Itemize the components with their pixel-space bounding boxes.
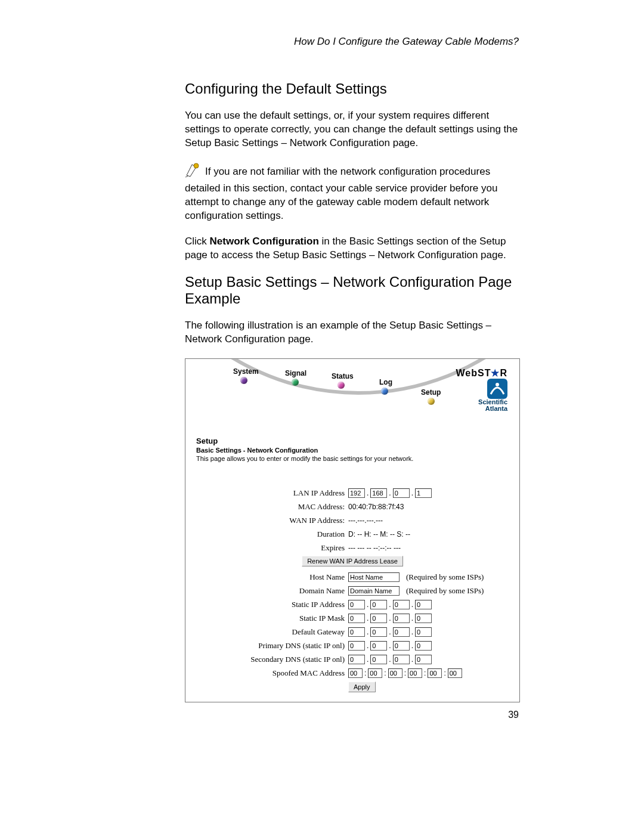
example-paragraph: The following illustration is an example… — [185, 319, 519, 346]
value-duration: D: -- H: -- M: -- S: -- — [348, 530, 410, 538]
ip-octet[interactable] — [348, 641, 365, 651]
ip-octet[interactable] — [370, 641, 387, 651]
static-ip-group: ... — [348, 600, 432, 609]
label-static-ip: Static IP Address — [196, 600, 348, 609]
label-wan-ip: WAN IP Address: — [196, 516, 348, 525]
ip-octet[interactable] — [393, 655, 410, 664]
svg-point-0 — [194, 163, 199, 168]
ip-octet[interactable] — [348, 627, 365, 637]
setup-subheading: Basic Settings - Network Configuration — [196, 447, 509, 454]
host-name-input[interactable] — [348, 572, 400, 582]
ip-octet[interactable] — [370, 614, 387, 623]
label-spoof: Spoofed MAC Address — [196, 668, 348, 678]
lan-ip-2[interactable] — [370, 488, 387, 498]
ip-octet[interactable] — [348, 614, 365, 623]
network-form: LAN IP Address . . . MAC Address: 00:40:… — [196, 486, 509, 693]
tab-signal[interactable]: Signal — [285, 369, 306, 377]
mac-octet[interactable] — [348, 668, 363, 678]
intro-paragraph: You can use the default settings, or, if… — [185, 109, 519, 150]
label-mac: MAC Address: — [196, 502, 348, 512]
setup-description: This page allows you to enter or modify … — [196, 455, 509, 462]
logo-webstar: WebST★R — [456, 367, 508, 379]
svg-point-2 — [496, 383, 499, 386]
sdns-group: ... — [348, 655, 432, 664]
bold-network-configuration: Network Configuration — [210, 236, 319, 247]
ip-octet[interactable] — [415, 655, 432, 664]
ip-octet[interactable] — [415, 627, 432, 637]
svg-rect-1 — [487, 379, 507, 399]
label-domain: Domain Name — [196, 586, 348, 596]
spoof-mac-group: ::::: — [348, 668, 462, 678]
heading-example: Setup Basic Settings – Network Configura… — [185, 274, 519, 307]
ip-octet[interactable] — [415, 641, 432, 651]
label-host: Host Name — [196, 572, 348, 582]
page-number: 39 — [508, 710, 519, 720]
ip-octet[interactable] — [370, 627, 387, 637]
domain-name-input[interactable] — [348, 586, 400, 596]
dot-log — [381, 388, 388, 395]
mac-octet[interactable] — [388, 668, 402, 678]
isp-note-domain: (Required by some ISPs) — [406, 586, 484, 596]
ip-octet[interactable] — [393, 627, 410, 637]
dot-setup — [428, 398, 435, 405]
label-static-mask: Static IP Mask — [196, 614, 348, 623]
label-expires: Expires — [196, 543, 348, 553]
config-page-screenshot: System Signal Status Log Setup WebST★R — [185, 358, 520, 702]
apply-button[interactable]: Apply — [348, 682, 376, 692]
lan-ip-4[interactable] — [415, 488, 432, 498]
tab-log[interactable]: Log — [379, 378, 392, 386]
ip-octet[interactable] — [393, 600, 410, 609]
ip-octet[interactable] — [348, 600, 365, 609]
gateway-group: ... — [348, 627, 432, 637]
star-icon: ★ — [491, 368, 500, 378]
running-header: How Do I Configure the Gateway Cable Mod… — [185, 36, 519, 48]
note-text: If you are not familiar with the network… — [185, 166, 497, 221]
heading-configuring: Configuring the Default Settings — [185, 80, 519, 97]
lan-ip-1[interactable] — [348, 488, 365, 498]
setup-heading: Setup — [196, 436, 509, 445]
renew-button[interactable]: Renew WAN IP Address Lease — [302, 556, 403, 566]
label-duration: Duration — [196, 529, 348, 539]
ip-octet[interactable] — [393, 614, 410, 623]
mac-octet[interactable] — [368, 668, 382, 678]
tab-system[interactable]: System — [233, 367, 259, 376]
note-paragraph: If you are not familiar with the network… — [185, 162, 519, 223]
ip-octet[interactable] — [370, 655, 387, 664]
dot-system — [240, 377, 247, 384]
click-instruction: Click Network Configuration in the Basic… — [185, 235, 519, 262]
pdns-group: ... — [348, 641, 432, 651]
static-mask-group: ... — [348, 614, 432, 623]
value-wan-ip: ---.---.---.--- — [348, 516, 383, 525]
ip-octet[interactable] — [415, 614, 432, 623]
value-mac: 00:40:7b:88:7f:43 — [348, 503, 404, 511]
isp-note-host: (Required by some ISPs) — [406, 572, 484, 582]
label-pdns: Primary DNS (static IP onl) — [196, 641, 348, 651]
logo-swirl-icon — [487, 379, 507, 399]
label-sdns: Secondary DNS (static IP onl) — [196, 655, 348, 664]
tab-setup[interactable]: Setup — [421, 388, 441, 397]
mac-octet[interactable] — [448, 668, 462, 678]
mac-octet[interactable] — [428, 668, 442, 678]
note-icon — [185, 162, 203, 182]
logo-scientific-atlanta: Scientific Atlanta — [478, 399, 507, 412]
tab-status[interactable]: Status — [332, 372, 354, 380]
ip-octet[interactable] — [393, 641, 410, 651]
label-gateway: Default Gateway — [196, 627, 348, 637]
value-expires: --- --- -- --:--:-- --- — [348, 544, 401, 552]
label-lan-ip: LAN IP Address — [196, 488, 348, 498]
lan-ip-3[interactable] — [393, 488, 410, 498]
ip-octet[interactable] — [370, 600, 387, 609]
brand-block: WebST★R Scientific Atlanta — [456, 367, 508, 413]
ip-octet[interactable] — [348, 655, 365, 664]
ip-octet[interactable] — [415, 600, 432, 609]
mac-octet[interactable] — [408, 668, 422, 678]
